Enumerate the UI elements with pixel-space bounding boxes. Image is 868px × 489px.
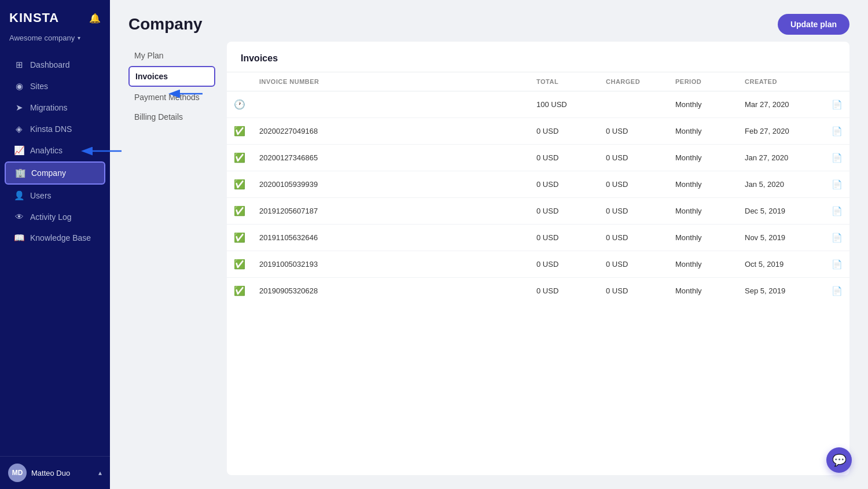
cell-status: ✅: [227, 278, 252, 304]
main-content: Company Update plan My Plan Invoices Pay…: [110, 0, 868, 489]
download-invoice-icon[interactable]: 📄: [832, 153, 843, 163]
chat-button[interactable]: 💬: [826, 447, 852, 473]
cell-period: Monthly: [668, 91, 738, 118]
logo: KINSTA: [9, 10, 59, 25]
download-invoice-icon[interactable]: 📄: [832, 206, 843, 216]
status-paid-icon: ✅: [234, 259, 245, 269]
download-invoice-icon[interactable]: 📄: [832, 286, 843, 296]
col-header-action: [825, 72, 849, 91]
cell-created: Jan 5, 2020: [738, 171, 825, 198]
download-invoice-icon[interactable]: 📄: [832, 100, 843, 109]
col-header-charged: Charged: [599, 72, 668, 91]
cell-invoice-number: 20200127346865: [252, 145, 529, 171]
table-row: ✅ 20191005032193 0 USD 0 USD Monthly Oct…: [227, 251, 849, 278]
cell-created: Nov 5, 2019: [738, 225, 825, 251]
cell-charged: 0 USD: [599, 118, 668, 145]
cell-invoice-number: 20191205607187: [252, 198, 529, 225]
sidebar-item-migrations[interactable]: ➤ Migrations: [5, 97, 105, 118]
cell-total: 100 USD: [529, 91, 599, 118]
sidebar-item-dashboard[interactable]: ⊞ Dashboard: [5, 54, 105, 75]
col-header-invoice-number: Invoice Number: [252, 72, 529, 91]
col-header-total: Total: [529, 72, 599, 91]
cell-total: 0 USD: [529, 171, 599, 198]
table-row: ✅ 20200127346865 0 USD 0 USD Monthly Jan…: [227, 145, 849, 171]
chat-icon: 💬: [832, 453, 847, 467]
notification-bell-icon[interactable]: 🔔: [89, 13, 101, 24]
sites-icon: ◉: [14, 81, 24, 91]
cell-invoice-number: 20190905320628: [252, 278, 529, 304]
update-plan-button[interactable]: Update plan: [778, 14, 849, 35]
avatar: MD: [8, 464, 27, 482]
chevron-down-icon: ▾: [78, 35, 80, 41]
sidebar-item-company[interactable]: 🏢 Company: [5, 161, 105, 185]
content-area: My Plan Invoices Payment Methods Billing…: [110, 42, 868, 489]
sidebar-item-activity-log[interactable]: 👁 Activity Log: [5, 207, 105, 227]
cell-download[interactable]: 📄: [825, 278, 849, 304]
cell-download[interactable]: 📄: [825, 118, 849, 145]
user-footer[interactable]: MD Matteo Duo ▴: [0, 456, 110, 489]
dashboard-icon: ⊞: [14, 60, 24, 70]
sub-nav-billing-details[interactable]: Billing Details: [128, 108, 215, 126]
cell-created: Mar 27, 2020: [738, 91, 825, 118]
download-invoice-icon[interactable]: 📄: [832, 179, 843, 189]
cell-total: 0 USD: [529, 278, 599, 304]
cell-total: 0 USD: [529, 225, 599, 251]
cell-invoice-number: 20200227049168: [252, 118, 529, 145]
main-nav: ⊞ Dashboard ◉ Sites ➤ Migrations ◈ Kinst…: [0, 50, 110, 456]
cell-period: Monthly: [668, 145, 738, 171]
company-selector[interactable]: Awesome company ▾: [0, 31, 110, 50]
table-row: 🕐 100 USD Monthly Mar 27, 2020 📄: [227, 91, 849, 118]
status-paid-icon: ✅: [234, 153, 245, 163]
cell-invoice-number: 20200105939939: [252, 171, 529, 198]
sidebar-item-label: Analytics: [30, 146, 62, 155]
cell-download[interactable]: 📄: [825, 225, 849, 251]
download-invoice-icon[interactable]: 📄: [832, 233, 843, 242]
chevron-up-icon: ▴: [98, 469, 102, 477]
cell-period: Monthly: [668, 251, 738, 278]
sidebar-item-kinsta-dns[interactable]: ◈ Kinsta DNS: [5, 119, 105, 139]
sub-nav-my-plan[interactable]: My Plan: [128, 46, 215, 65]
sidebar-item-knowledge-base[interactable]: 📖 Knowledge Base: [5, 227, 105, 248]
user-name: Matteo Duo: [31, 469, 98, 477]
table-row: ✅ 20191205607187 0 USD 0 USD Monthly Dec…: [227, 198, 849, 225]
cell-status: ✅: [227, 251, 252, 278]
cell-status: ✅: [227, 118, 252, 145]
sidebar-item-sites[interactable]: ◉ Sites: [5, 76, 105, 97]
sub-nav-invoices[interactable]: Invoices: [128, 66, 215, 87]
invoice-table: Invoice Number Total Charged Period Crea…: [227, 72, 849, 304]
table-row: ✅ 20200105939939 0 USD 0 USD Monthly Jan…: [227, 171, 849, 198]
cell-download[interactable]: 📄: [825, 171, 849, 198]
knowledge-base-icon: 📖: [14, 233, 24, 243]
cell-charged: 0 USD: [599, 251, 668, 278]
sidebar-item-label: Migrations: [30, 103, 68, 112]
sidebar-item-label: Company: [31, 168, 66, 178]
page-title: Company: [128, 15, 203, 34]
company-name: Awesome company: [9, 34, 75, 42]
cell-download[interactable]: 📄: [825, 198, 849, 225]
cell-download[interactable]: 📄: [825, 145, 849, 171]
cell-status: ✅: [227, 225, 252, 251]
sidebar-item-label: Knowledge Base: [30, 233, 91, 242]
sub-nav-payment-methods[interactable]: Payment Methods: [128, 88, 215, 106]
dns-icon: ◈: [14, 124, 24, 134]
cell-total: 0 USD: [529, 118, 599, 145]
cell-status: ✅: [227, 198, 252, 225]
sidebar: KINSTA 🔔 Awesome company ▾ ⊞ Dashboard ◉…: [0, 0, 110, 489]
cell-invoice-number: [252, 91, 529, 118]
migrations-icon: ➤: [14, 102, 24, 113]
status-paid-icon: ✅: [234, 126, 245, 136]
cell-charged: 0 USD: [599, 145, 668, 171]
cell-charged: [599, 91, 668, 118]
sidebar-item-users[interactable]: 👤 Users: [5, 185, 105, 206]
cell-period: Monthly: [668, 225, 738, 251]
cell-created: Sep 5, 2019: [738, 278, 825, 304]
sidebar-item-analytics[interactable]: 📈 Analytics: [5, 140, 105, 161]
cell-invoice-number: 20191105632646: [252, 225, 529, 251]
table-row: ✅ 20200227049168 0 USD 0 USD Monthly Feb…: [227, 118, 849, 145]
cell-download[interactable]: 📄: [825, 251, 849, 278]
cell-status: ✅: [227, 171, 252, 198]
sidebar-item-label: Kinsta DNS: [30, 124, 72, 134]
cell-download[interactable]: 📄: [825, 91, 849, 118]
download-invoice-icon[interactable]: 📄: [832, 259, 843, 269]
download-invoice-icon[interactable]: 📄: [832, 126, 843, 136]
